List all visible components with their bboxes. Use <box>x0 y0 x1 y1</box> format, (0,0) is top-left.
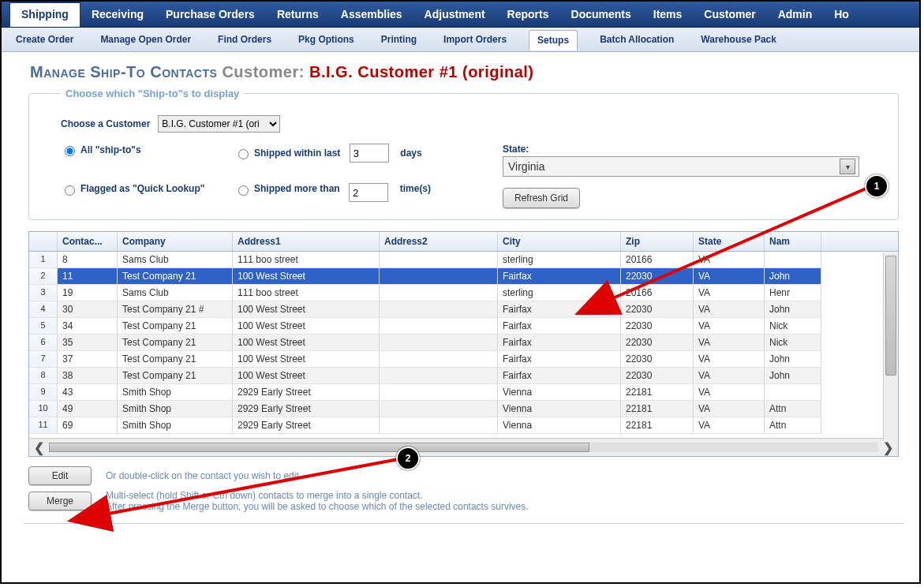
merge-button[interactable]: Merge <box>28 492 92 510</box>
nav-main-admin[interactable]: Admin <box>767 2 824 27</box>
cell: Vienna <box>498 401 621 417</box>
scrollbar-horizontal[interactable]: ❮ ❯ <box>29 438 898 456</box>
grid-header: Contac...CompanyAddress1Address2CityZipS… <box>29 232 898 252</box>
table-row[interactable]: 534Test Company 21100 West StreetFairfax… <box>29 318 898 335</box>
radio-flagged-input[interactable] <box>65 185 75 196</box>
cell: sterling <box>498 285 621 301</box>
col-header-address1[interactable]: Address1 <box>233 232 380 251</box>
nav-sub-warehouse-pack[interactable]: Warehouse Pack <box>696 29 781 50</box>
edit-button[interactable]: Edit <box>28 466 92 485</box>
cell: 111 boo street <box>233 285 380 301</box>
refresh-grid-button[interactable]: Refresh Grid <box>503 188 580 208</box>
cell: 2929 Early Street <box>233 384 380 401</box>
row-number: 3 <box>29 285 58 301</box>
nav-main-reports[interactable]: Reports <box>496 2 560 27</box>
radio-flagged[interactable]: Flagged as "Quick Lookup" <box>61 183 219 196</box>
nav-sub-import-orders[interactable]: Import Orders <box>439 29 511 50</box>
nav-sub-find-orders[interactable]: Find Orders <box>213 29 276 50</box>
row-number: 1 <box>29 252 58 268</box>
radio-within-input[interactable] <box>238 149 249 159</box>
footer <box>24 523 903 527</box>
radio-all-label: All "ship-to"s <box>80 144 141 155</box>
table-row[interactable]: 319Sams Club111 boo streetsterling20166V… <box>29 285 898 301</box>
nav-main-receiving[interactable]: Receiving <box>80 2 155 27</box>
annotation-badge-1: 1 <box>865 174 888 198</box>
table-row[interactable]: 737Test Company 21100 West StreetFairfax… <box>29 351 898 368</box>
scrollbar-thumb-h[interactable] <box>49 443 589 452</box>
times-input[interactable] <box>349 183 388 202</box>
col-header-nam[interactable]: Nam <box>765 232 821 251</box>
col-header-zip[interactable]: Zip <box>621 232 694 251</box>
merge-help-2: After pressing the Merge button, you wil… <box>106 501 529 512</box>
cell <box>765 252 821 268</box>
nav-sub-batch-allocation[interactable]: Batch Allocation <box>595 29 679 50</box>
cell <box>380 368 498 384</box>
table-row[interactable]: 838Test Company 21100 West StreetFairfax… <box>29 368 898 384</box>
table-row[interactable]: 430Test Company 21 #100 West StreetFairf… <box>29 301 898 318</box>
table-row[interactable]: 943Smith Shop2929 Early StreetVienna2218… <box>29 384 898 401</box>
nav-sub-setups[interactable]: Setups <box>529 30 578 50</box>
radio-shipped-within[interactable]: Shipped within last days <box>234 144 487 163</box>
cell <box>380 384 498 401</box>
radio-all-shiptos[interactable]: All "ship-to"s <box>61 144 219 156</box>
cell: VA <box>694 401 765 417</box>
cell <box>380 401 498 417</box>
cell: John <box>765 368 821 384</box>
scrollbar-thumb-v[interactable] <box>885 256 896 376</box>
scrollbar-vertical[interactable] <box>883 252 898 440</box>
cell: Smith Shop <box>118 401 233 417</box>
table-row[interactable]: 1169Smith Shop2929 Early StreetVienna221… <box>29 417 898 434</box>
cell: 100 West Street <box>233 335 380 351</box>
nav-sub-manage-open-order[interactable]: Manage Open Order <box>95 29 196 50</box>
cell: Fairfax <box>498 351 621 368</box>
radio-more-input[interactable] <box>238 185 249 196</box>
row-number: 5 <box>29 318 58 335</box>
table-row[interactable]: 211Test Company 21100 West StreetFairfax… <box>29 268 898 285</box>
col-header-contac-[interactable]: Contac... <box>58 232 118 251</box>
customer-select[interactable]: B.I.G. Customer #1 (ori <box>158 115 280 133</box>
cell: Test Company 21 <box>118 351 233 368</box>
cell: VA <box>694 384 765 401</box>
days-input[interactable] <box>350 144 389 163</box>
col-header-address2[interactable]: Address2 <box>380 232 498 251</box>
nav-sub-create-order[interactable]: Create Order <box>11 29 78 50</box>
table-row[interactable]: 635Test Company 21100 West StreetFairfax… <box>29 335 898 351</box>
col-header-company[interactable]: Company <box>118 232 233 251</box>
cell: Fairfax <box>498 318 621 335</box>
filter-panel: Choose which "Ship-to"s to display Choos… <box>28 88 899 220</box>
radio-shipped-more[interactable]: Shipped more than time(s) <box>234 183 487 202</box>
col-header-state[interactable]: State <box>694 232 765 251</box>
cell: VA <box>694 301 765 318</box>
state-label: State: <box>503 144 818 155</box>
radio-more-label: Shipped more than <box>254 183 340 194</box>
table-row[interactable]: 1049Smith Shop2929 Early StreetVienna221… <box>29 401 898 417</box>
nav-main-purchase-orders[interactable]: Purchase Orders <box>155 2 266 27</box>
nav-main-ho[interactable]: Ho <box>823 2 860 27</box>
cell: Fairfax <box>498 368 621 384</box>
cell: John <box>765 351 821 368</box>
nav-sub-pkg-options[interactable]: Pkg Options <box>294 29 359 50</box>
scroll-right-icon[interactable]: ❯ <box>883 440 893 455</box>
nav-main-shipping[interactable]: Shipping <box>9 2 80 27</box>
nav-main-items[interactable]: Items <box>642 2 694 27</box>
nav-main-returns[interactable]: Returns <box>266 2 330 27</box>
nav-sub-printing[interactable]: Printing <box>376 29 421 50</box>
col-header-city[interactable]: City <box>498 232 621 251</box>
scroll-left-icon[interactable]: ❮ <box>34 440 44 455</box>
nav-main-documents[interactable]: Documents <box>560 2 642 27</box>
row-number: 10 <box>29 401 58 417</box>
cell: 22181 <box>621 417 694 434</box>
filter-legend: Choose which "Ship-to"s to display <box>61 88 244 99</box>
state-select[interactable]: Virginia ▾ <box>503 156 859 177</box>
table-row[interactable]: 18Sams Club111 boo streetsterling20166VA <box>29 252 898 268</box>
nav-main-assemblies[interactable]: Assemblies <box>330 2 413 27</box>
cell: 22030 <box>621 301 694 318</box>
nav-main-adjustment[interactable]: Adjustment <box>413 2 496 27</box>
days-unit: days <box>400 148 421 159</box>
scroll-track[interactable] <box>49 443 878 452</box>
row-number: 4 <box>29 301 58 318</box>
nav-main-customer[interactable]: Customer <box>693 2 766 27</box>
radio-all-input[interactable] <box>65 146 75 156</box>
row-number: 6 <box>29 335 58 351</box>
cell: Test Company 21 <box>118 268 233 285</box>
